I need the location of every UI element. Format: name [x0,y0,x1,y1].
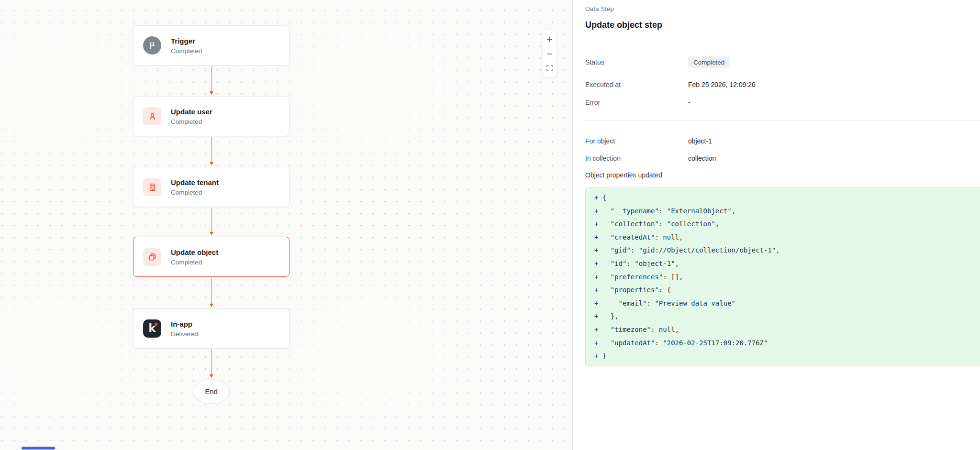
node-title: Trigger [171,37,202,45]
edge-arrow [209,278,214,307]
minus-icon: − [546,50,553,58]
fit-view-button[interactable] [543,62,556,75]
node-update-user[interactable]: Update user Completed [133,96,290,136]
diff-heading: Object properties updated [585,171,662,179]
node-status: Delivered [171,330,198,338]
node-in-app[interactable]: k In-app Delivered [133,308,290,349]
status-row: Status Completed [585,58,968,68]
flag-icon [143,36,161,55]
in-collection-row: In collection collection [585,154,968,162]
workflow-canvas[interactable]: Trigger Completed Update user Completed [0,0,572,450]
executed-at-label: Executed at [585,81,688,88]
node-title: Update tenant [171,178,219,187]
object-diff-codeblock[interactable]: + { + "__typename": "ExternalObject", + … [585,187,980,366]
horizontal-scrollbar-thumb[interactable] [22,447,55,450]
node-status: Completed [171,259,218,266]
node-status: Completed [171,118,212,125]
status-badge: Completed [688,56,730,68]
node-end[interactable]: End [193,379,230,404]
error-row: Error - [585,99,968,106]
node-title: In-app [171,320,198,328]
node-status: Completed [171,47,202,55]
node-trigger[interactable]: Trigger Completed [133,25,290,66]
diff-text: + { + "__typename": "ExternalObject", + … [586,188,980,366]
node-title: Update user [171,108,212,116]
node-status: Completed [171,189,219,196]
edge-arrow [209,350,214,378]
node-update-tenant[interactable]: Update tenant Completed [133,167,290,207]
error-label: Error [585,99,688,106]
knock-icon: k [143,319,161,338]
status-label: Status [585,58,688,68]
end-label: End [205,387,218,395]
building-icon [143,178,161,196]
in-collection-label: In collection [585,154,688,162]
step-details-panel: Data Step Update object step Status Comp… [572,0,980,450]
object-link[interactable]: object-1 [688,137,712,145]
edge-arrow [209,137,214,165]
page-title: Update object step [585,20,662,30]
executed-at-row: Executed at Feb 25 2026, 12:09:20 [585,81,968,88]
collection-link[interactable]: collection [688,154,716,162]
error-value: - [688,99,690,106]
for-object-label: For object [585,137,688,145]
for-object-row: For object object-1 [585,137,968,145]
executed-at-value: Feb 25 2026, 12:09:20 [688,81,756,88]
edge-arrow [209,66,214,95]
node-title: Update object [171,248,218,256]
user-icon [143,107,161,125]
plus-icon: + [546,35,553,44]
knock-dot [155,323,157,326]
divider [585,121,980,121]
canvas-zoom-controls: + − [542,30,557,78]
zoom-out-button[interactable]: − [543,47,556,60]
zoom-in-button[interactable]: + [543,33,556,46]
copy-icon [143,248,161,266]
node-update-object[interactable]: Update object Completed [133,237,290,277]
fullscreen-icon [546,65,553,72]
edge-arrow [209,208,214,235]
step-type-label: Data Step [585,5,614,12]
